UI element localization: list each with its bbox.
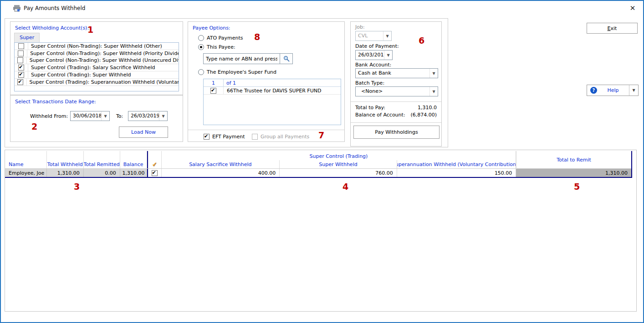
payee-search-box xyxy=(203,53,293,64)
date-range-panel: Select Transactions Date Range: Withheld… xyxy=(10,95,183,142)
payee-search-input[interactable] xyxy=(204,54,280,64)
chevron-down-icon[interactable]: ▼ xyxy=(429,87,438,96)
account-checkbox[interactable] xyxy=(17,79,23,85)
balance-of-account-row: Balance of Account: (6,874.00) xyxy=(355,112,437,118)
account-label: Super Control (Non-Trading): Super Withh… xyxy=(27,50,179,56)
super-fund-list-header: 1 of 1 xyxy=(204,79,341,87)
col-header-balance[interactable]: Balance xyxy=(120,160,147,168)
accounts-checkbox-list: Super Control (Non-Trading): Super Withh… xyxy=(14,42,179,91)
pay-amounts-withheld-dialog: Pay Amounts Withheld ✕ Select Witholding… xyxy=(0,0,644,323)
cell-salary-sacrifice[interactable]: 400.00 xyxy=(162,169,280,177)
col-header-total-to-remit[interactable]: Total to Remit xyxy=(516,151,631,169)
chevron-down-icon[interactable]: ▼ xyxy=(429,69,438,78)
col-header-super-withheld[interactable]: Super Withheld xyxy=(280,160,397,168)
col-header-name[interactable]: Name xyxy=(5,160,47,168)
balance-of-account-label: Balance of Account: xyxy=(355,112,405,118)
radio-this-payee[interactable]: This Payee: xyxy=(198,44,235,50)
help-button[interactable]: ? Help ▼ xyxy=(587,85,639,96)
account-row[interactable]: Super Control (Trading): Super Withheld xyxy=(15,71,179,79)
super-fund-list: 1 of 1 66The Trustee for DAVIS SUPER FUN… xyxy=(203,79,341,125)
batch-type-label: Batch Type: xyxy=(355,80,384,86)
fund-row[interactable]: 66The Trustee for DAVIS SUPER FUND xyxy=(204,87,341,95)
close-icon[interactable]: ✕ xyxy=(627,3,639,14)
withheld-amounts-table: Super Control (Trading) Name Total Withh… xyxy=(5,150,637,312)
account-row[interactable]: Super Control (Trading): Salary Sacrific… xyxy=(15,64,179,71)
date-of-payment-value: 26/03/2019 xyxy=(356,50,384,60)
radio-employees-super-fund[interactable]: The Employee's Super Fund xyxy=(198,69,276,75)
cell-superannuation[interactable]: 150.00 xyxy=(397,169,516,177)
account-checkbox[interactable] xyxy=(18,43,24,49)
eft-payment-checkbox-row[interactable]: EFT Payment xyxy=(204,134,245,140)
load-now-button[interactable]: Load Now xyxy=(119,126,168,138)
col-header-total-withheld[interactable]: Total Withheld xyxy=(47,160,84,168)
payee-options-panel: Payee Options: ATO Payments This Payee: … xyxy=(188,21,345,142)
radio-icon[interactable] xyxy=(198,35,204,41)
annotation-number-1: 1 xyxy=(87,25,93,35)
pay-withholdings-button[interactable]: Pay Withholdings xyxy=(353,126,440,139)
account-checkbox[interactable] xyxy=(18,50,24,56)
date-of-payment-label: Date of Payment: xyxy=(355,43,399,49)
eft-payment-checkbox[interactable] xyxy=(204,134,210,140)
cell-balance: 1,310.00 xyxy=(120,169,147,177)
row-checkbox[interactable] xyxy=(152,170,158,176)
to-label: To: xyxy=(116,113,123,119)
tab-super[interactable]: Super xyxy=(14,33,40,42)
eft-payment-label: EFT Payment xyxy=(212,134,245,140)
chevron-down-icon[interactable]: ▼ xyxy=(384,50,392,60)
divider xyxy=(351,122,441,123)
account-row[interactable]: Super Control (Trading): Superannuation … xyxy=(15,79,179,86)
batch-type-select[interactable]: <None> ▼ xyxy=(355,86,438,96)
job-label: Job: xyxy=(355,24,365,30)
withheld-to-date-picker[interactable]: 26/03/2019 ▼ xyxy=(128,111,168,121)
balance-of-account-value: (6,874.00) xyxy=(410,112,437,118)
chevron-down-icon[interactable]: ▼ xyxy=(101,111,109,121)
bank-account-value: Cash at Bank xyxy=(356,69,429,78)
help-label: Help xyxy=(597,87,629,93)
chevron-down-icon[interactable]: ▼ xyxy=(159,111,167,121)
bank-account-label: Bank Account: xyxy=(355,62,391,68)
ato-payments-label: ATO Payments xyxy=(207,35,243,41)
radio-ato-payments[interactable]: ATO Payments xyxy=(198,35,243,41)
withheld-from-value: 30/06/2018 xyxy=(71,111,101,121)
col-header-salary-sacrifice-withheld[interactable]: Salary Sacrifice Withheld xyxy=(162,160,280,168)
date-range-title: Select Transactions Date Range: xyxy=(15,99,96,105)
search-icon[interactable] xyxy=(280,54,292,64)
radio-icon[interactable] xyxy=(198,44,204,50)
date-of-payment-picker[interactable]: 26/03/2019 ▼ xyxy=(355,50,393,60)
chevron-down-icon[interactable]: ▼ xyxy=(629,85,638,96)
job-select: CVL ▼ xyxy=(355,31,392,41)
col-header-select[interactable]: ✔ xyxy=(147,160,162,168)
withheld-from-date-picker[interactable]: 30/06/2018 ▼ xyxy=(70,111,110,121)
account-checkbox[interactable] xyxy=(18,72,24,78)
payment-details-panel: Job: CVL ▼ Date of Payment: 26/03/2019 ▼… xyxy=(350,21,442,146)
annotation-number-2: 2 xyxy=(31,121,37,131)
fund-label: 66The Trustee for DAVIS SUPER FUND xyxy=(224,88,321,94)
cell-total-withheld: 1,310.00 xyxy=(47,169,84,177)
bank-account-select[interactable]: Cash at Bank ▼ xyxy=(355,68,438,78)
annotation-number-5: 5 xyxy=(574,182,580,192)
cell-select[interactable] xyxy=(147,169,162,177)
exit-button[interactable]: Exit xyxy=(587,23,638,34)
account-checkbox[interactable] xyxy=(18,65,24,71)
titlebar: Pay Amounts Withheld ✕ xyxy=(1,1,643,15)
col-header-superannuation-withheld[interactable]: Superannuation Withheld (Voluntary Contr… xyxy=(397,160,516,168)
account-row[interactable]: Super Control (Non-Trading): Super Withh… xyxy=(15,50,179,57)
group-all-payments-checkbox xyxy=(252,134,258,140)
cell-super-withheld[interactable]: 760.00 xyxy=(280,169,397,177)
exit-label: xit xyxy=(611,25,617,31)
employees-super-fund-label: The Employee's Super Fund xyxy=(207,69,276,75)
account-row[interactable]: Super Control (Non-Trading): Super Withh… xyxy=(15,43,179,50)
batch-type-value: <None> xyxy=(356,87,429,96)
fund-checkbox[interactable] xyxy=(210,88,216,94)
group-header-super-control-trading: Super Control (Trading) xyxy=(162,151,516,160)
table-row[interactable]: Employee, Joe 1,310.00 0.00 1,310.00 400… xyxy=(5,169,631,177)
account-label: Super Control (Trading): Superannuation … xyxy=(27,79,179,85)
account-row[interactable]: Super Control (Non-Trading): Super Withh… xyxy=(15,57,179,65)
col-header-total-remitted[interactable]: Total Remitted xyxy=(84,160,120,168)
account-checkbox[interactable] xyxy=(17,57,23,63)
job-value: CVL xyxy=(356,31,383,40)
total-to-pay-label: Total to Pay: xyxy=(355,105,385,111)
fund-count-of: of 1 xyxy=(224,79,236,86)
annotation-number-3: 3 xyxy=(74,182,80,192)
radio-icon[interactable] xyxy=(198,69,204,75)
